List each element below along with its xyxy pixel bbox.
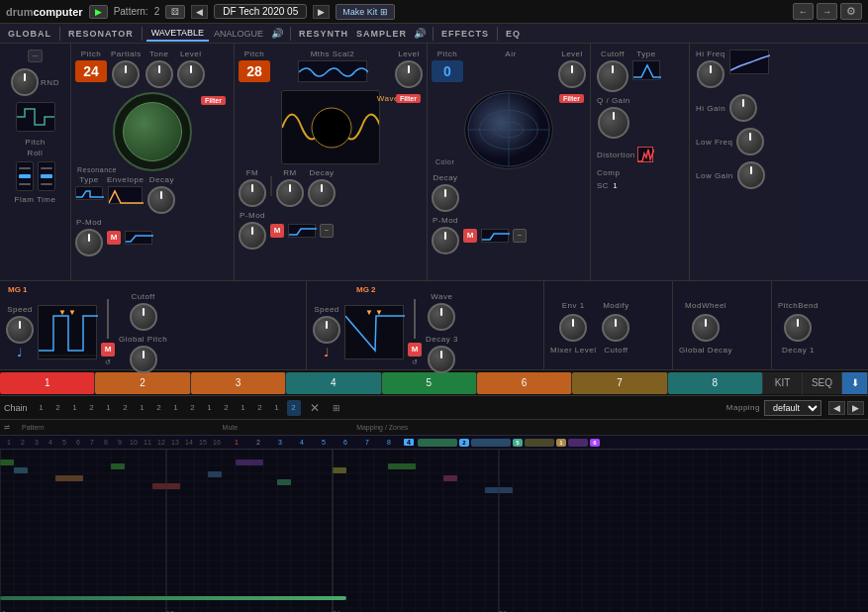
wt-decay-knob[interactable]: [308, 179, 336, 207]
kit-button[interactable]: KIT: [763, 372, 803, 394]
tab-global[interactable]: GLOBAL: [4, 29, 55, 39]
chain-16[interactable]: 2: [287, 400, 301, 416]
chain-close[interactable]: ✕: [310, 401, 320, 415]
tab-effects[interactable]: EFFECTS: [437, 29, 493, 39]
mg1-m-badge[interactable]: M: [101, 343, 115, 357]
chain-1[interactable]: 1: [35, 400, 48, 416]
mg2-m-badge[interactable]: M: [408, 343, 422, 357]
wt-minus-btn[interactable]: −: [320, 224, 334, 238]
make-kit-button[interactable]: Make Kit ⊞: [336, 4, 395, 20]
play-button[interactable]: ▶: [89, 5, 108, 19]
global-rnd-knob[interactable]: [11, 68, 39, 96]
download-button[interactable]: ⬇: [842, 372, 868, 394]
num-btn-5[interactable]: 5: [382, 372, 477, 394]
res-m-badge[interactable]: M: [107, 231, 121, 245]
resonator-dial[interactable]: [113, 92, 192, 171]
tab-resonator[interactable]: RESONATOR: [64, 29, 138, 39]
num-btn-3[interactable]: 3: [191, 372, 286, 394]
chain-14[interactable]: 2: [253, 400, 267, 416]
res-partials-knob[interactable]: [112, 60, 140, 88]
wt-m-badge[interactable]: M: [270, 224, 284, 238]
chain-12[interactable]: 2: [220, 400, 234, 416]
tab-resynth[interactable]: RESYNTH: [295, 29, 352, 39]
tab-eq[interactable]: EQ: [502, 29, 525, 39]
chain-7[interactable]: 1: [136, 400, 149, 416]
filter-badge-rs[interactable]: Filter: [559, 92, 584, 103]
rs-m-badge[interactable]: M: [463, 229, 477, 243]
nav-back-button[interactable]: ←: [793, 3, 814, 20]
filter-badge-res[interactable]: Filter: [201, 94, 226, 105]
rs-minus-btn[interactable]: −: [513, 229, 527, 243]
res-decay-knob[interactable]: [147, 186, 175, 214]
chain-10[interactable]: 2: [186, 400, 200, 416]
chain-4[interactable]: 2: [85, 400, 99, 416]
prev-preset-button[interactable]: ◀: [191, 5, 208, 19]
mg1-cutoff-knob[interactable]: [130, 303, 157, 331]
rs-level-knob[interactable]: [558, 60, 586, 88]
filter-badge-wt[interactable]: Filter: [396, 92, 421, 103]
res-tone-label: Tone: [149, 50, 168, 58]
fx-cutoff-knob[interactable]: [597, 60, 628, 92]
chain-8[interactable]: 2: [152, 400, 166, 416]
chain-13[interactable]: 1: [237, 400, 250, 416]
global-menu-button[interactable]: ···: [28, 50, 43, 62]
chain-prev[interactable]: ◀: [828, 401, 845, 415]
mg1-reset-icon[interactable]: ↺: [105, 358, 111, 366]
mg1-speed-knob[interactable]: [6, 316, 34, 344]
tab-analogue[interactable]: ANALOGUE: [209, 27, 268, 41]
pitchbend-knob[interactable]: [784, 314, 812, 342]
wt-fm-knob[interactable]: [239, 179, 266, 207]
pattern-randomize-button[interactable]: ⚄: [165, 5, 185, 19]
num-btn-8[interactable]: 8: [668, 372, 763, 394]
chain-5[interactable]: 1: [102, 400, 116, 416]
eq-logain-knob[interactable]: [737, 161, 765, 189]
wt-pmod-knob[interactable]: [239, 222, 266, 250]
tab-wavetable[interactable]: WAVETABLE: [146, 26, 209, 42]
mg2-reset-icon[interactable]: ↺: [412, 358, 418, 366]
mapping-select[interactable]: default: [764, 400, 821, 416]
num-btn-6[interactable]: 6: [477, 372, 572, 394]
gear-button[interactable]: ⚙: [840, 3, 862, 20]
mg2-speed-knob[interactable]: [313, 316, 340, 344]
seq-button[interactable]: SEQ: [803, 372, 842, 394]
nav-fwd-button[interactable]: →: [817, 3, 837, 20]
modwheel-knob[interactable]: [692, 314, 720, 342]
chain-15[interactable]: 1: [270, 400, 284, 416]
num-btn-2[interactable]: 2: [95, 372, 190, 394]
rs-pmod-knob[interactable]: [432, 227, 459, 255]
num-btn-1[interactable]: 1: [0, 372, 95, 394]
roll-slider[interactable]: [38, 161, 55, 191]
pattern-arrow[interactable]: ⇌: [4, 424, 18, 432]
next-preset-button[interactable]: ▶: [313, 5, 330, 19]
mg-section: MG 1 Speed ♩ ▼▼: [0, 281, 868, 370]
num-btn-4[interactable]: 4: [286, 372, 381, 394]
fx-qgain-knob[interactable]: [598, 107, 629, 139]
wt-rm-knob[interactable]: [276, 179, 304, 207]
chain-2[interactable]: 2: [51, 400, 65, 416]
res-pmod-knob[interactable]: [75, 229, 103, 256]
wt-level-knob[interactable]: [395, 60, 423, 88]
res-tone-knob[interactable]: [145, 60, 173, 88]
resynth-panel: Pitch 0 Air Level: [428, 44, 591, 280]
mg1-gpitch-knob[interactable]: [130, 346, 157, 373]
pitch-slider[interactable]: [16, 161, 34, 191]
eq-higain-knob[interactable]: [729, 94, 757, 122]
rs-decay-knob[interactable]: [432, 184, 459, 212]
mixer-level-label: Mixer Level: [550, 346, 596, 355]
chain-next[interactable]: ▶: [847, 401, 864, 415]
svg-rect-8: [0, 450, 868, 612]
chain-6[interactable]: 2: [119, 400, 133, 416]
app-title: drumcomputer: [6, 6, 83, 18]
num-btn-7[interactable]: 7: [572, 372, 667, 394]
eq-hifreq-knob[interactable]: [697, 60, 724, 88]
mg2-decay3-knob[interactable]: [428, 346, 455, 373]
env1-knob[interactable]: [559, 314, 587, 342]
tab-sampler[interactable]: SAMPLER: [352, 29, 411, 39]
chain-3[interactable]: 1: [68, 400, 82, 416]
res-level-knob[interactable]: [177, 60, 205, 88]
mg2-wave-knob[interactable]: [428, 303, 455, 331]
chain-11[interactable]: 1: [203, 400, 217, 416]
eq-lofreq-knob[interactable]: [736, 128, 764, 155]
chain-9[interactable]: 1: [169, 400, 183, 416]
modify-knob[interactable]: [602, 314, 629, 342]
